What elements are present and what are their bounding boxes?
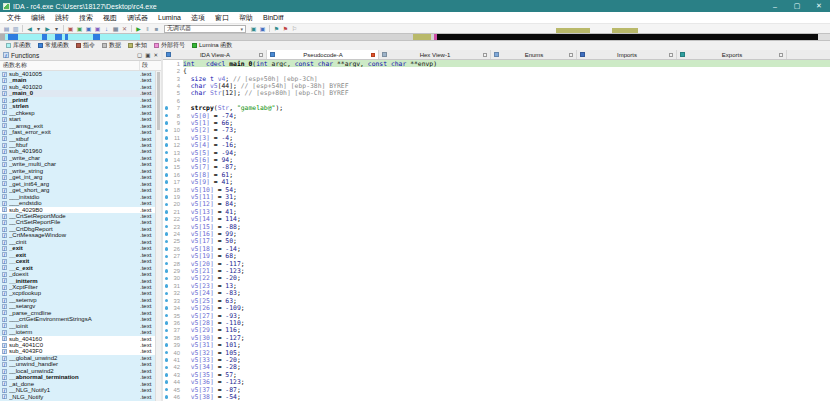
nav-forward-dropdown-icon[interactable]: ▾ [52,24,61,33]
code-line-36[interactable]: 36 v5[28] = -110; [163,319,830,326]
line-dot-icon[interactable] [165,210,169,214]
navband-segment[interactable] [65,34,68,40]
functions-panel-titlebar[interactable]: f Functions ▢▣✕ [0,50,161,61]
line-dot-icon[interactable] [165,262,169,266]
dock-panel-button[interactable]: ▣ [145,52,150,58]
flag-teal-icon[interactable]: ⚑ [272,24,281,33]
code-line-32[interactable]: 32 v5[24] = -83; [163,290,830,297]
line-dot-icon[interactable] [165,321,169,325]
debugger-options-icon[interactable]: ▣ [249,24,258,33]
line-dot-icon[interactable] [165,188,169,192]
code-line-22[interactable]: 22 v5[14] = 114; [163,216,830,223]
code-line-25[interactable]: 25 v5[17] = 50; [163,238,830,245]
column-header-segment[interactable]: 段 [139,61,161,70]
line-dot-icon[interactable] [165,143,169,147]
line-dot-icon[interactable] [165,336,169,340]
code-line-20[interactable]: 20 v5[12] = 84; [163,201,830,208]
tab-hex-view-1[interactable]: Hex View-1 [379,50,491,59]
menu-item-Lumina[interactable]: Lumina [153,14,186,21]
code-line-35[interactable]: 35 v5[27] = -93; [163,312,830,319]
line-dot-icon[interactable] [165,247,169,251]
line-dot-icon[interactable] [165,136,169,140]
navband-segment[interactable] [413,34,431,40]
navband-segment[interactable] [5,34,140,40]
menu-item-窗口[interactable]: 窗口 [210,13,234,23]
code-line-43[interactable]: 43 v5[35] = 57; [163,371,830,378]
code-line-28[interactable]: 28 v5[20] = -117; [163,260,830,267]
line-dot-icon[interactable] [165,351,169,355]
code-line-45[interactable]: 45 v5[37] = -87; [163,386,830,393]
menu-item-帮助[interactable]: 帮助 [234,13,258,23]
code-line-46[interactable]: 46 v5[38] = -54; [163,393,830,400]
line-dot-icon[interactable] [165,151,169,155]
code-line-15[interactable]: 15 v5[7] = -87; [163,164,830,171]
line-dot-icon[interactable] [165,195,169,199]
line-dot-icon[interactable] [165,203,169,207]
navband-segment[interactable] [818,34,830,40]
code-line-44[interactable]: 44 v5[36] = -123; [163,378,830,385]
menu-item-BinDiff[interactable]: BinDiff [258,14,289,21]
names-window-icon[interactable]: ▣ [75,24,84,33]
navband-segment[interactable] [140,34,413,40]
code-line-34[interactable]: 34 v5[26] = -109; [163,304,830,311]
menu-item-跳转[interactable]: 跳转 [50,13,74,23]
navband-segment[interactable] [93,34,100,40]
code-line-2[interactable]: 2{ [163,67,830,74]
stop-process-icon[interactable]: ■ [152,24,161,33]
line-dot-icon[interactable] [165,373,169,377]
line-dot-icon[interactable] [165,277,169,281]
menu-item-视图[interactable]: 视图 [98,13,122,23]
tab-state-icon[interactable] [569,53,573,57]
functions-window-icon[interactable]: ▣ [66,24,75,33]
function-row[interactable]: f_NLG_Notify.text [0,394,155,400]
cancel-icon[interactable]: ✕ [120,24,129,33]
code-line-10[interactable]: 10 v5[2] = -73; [163,127,830,134]
code-line-17[interactable]: 17 v5[9] = 41; [163,179,830,186]
line-dot-icon[interactable] [165,121,169,125]
code-line-39[interactable]: 39 v5[31] = 101; [163,341,830,348]
navband-segment[interactable] [437,34,818,40]
minimize-button[interactable]: – [764,0,786,12]
save-icon[interactable]: ▤ [2,24,11,33]
code-line-8[interactable]: 8 v5[0] = -74; [163,112,830,119]
close-panel-button[interactable]: ✕ [153,52,158,58]
download-icon[interactable]: ↓ [102,24,111,33]
code-line-13[interactable]: 13 v5[5] = -94; [163,149,830,156]
code-line-5[interactable]: 5 char Str[12]; // [esp+80h] [ebp-Ch] BY… [163,90,830,97]
line-dot-icon[interactable] [165,306,169,310]
line-dot-icon[interactable] [165,284,169,288]
code-line-41[interactable]: 41 v5[33] = -20; [163,356,830,363]
code-line-40[interactable]: 40 v5[32] = 105; [163,349,830,356]
nav-forward-icon[interactable]: ▶ [43,24,52,33]
debugger-selector[interactable]: 无调试器 ▾ [164,25,246,33]
tab-pseudocode-a[interactable]: Pseudocode-A [267,50,379,59]
code-line-11[interactable]: 11 v5[3] = -4; [163,134,830,141]
menu-item-编辑[interactable]: 编辑 [26,13,50,23]
code-line-31[interactable]: 31 v5[23] = 13; [163,282,830,289]
navigation-band[interactable] [0,33,830,41]
tab-state-icon[interactable] [669,53,673,57]
line-dot-icon[interactable] [165,366,169,370]
line-dot-icon[interactable] [165,388,169,392]
start-process-icon[interactable]: ▶ [134,24,143,33]
code-line-14[interactable]: 14 v5[6] = 94; [163,156,830,163]
code-line-33[interactable]: 33 v5[25] = 63; [163,297,830,304]
functions-list[interactable]: fsub_401005.textf_main.textfsub_401020.t… [0,71,161,401]
line-dot-icon[interactable] [165,180,169,184]
flag-gray-icon[interactable]: ⚐ [290,24,299,33]
navband-segment[interactable] [8,34,18,40]
line-dot-icon[interactable] [165,329,169,333]
line-dot-icon[interactable] [165,299,169,303]
line-dot-icon[interactable] [165,314,169,318]
functions-scrollbar[interactable] [155,71,161,401]
line-dot-icon[interactable] [165,217,169,221]
line-dot-icon[interactable] [165,255,169,259]
hex-window-icon[interactable]: ▦ [111,24,120,33]
code-line-18[interactable]: 18 v5[10] = 54; [163,186,830,193]
line-dot-icon[interactable] [165,240,169,244]
pause-process-icon[interactable]: ‖ [143,24,152,33]
tab-imports[interactable]: Imports [577,50,677,59]
line-dot-icon[interactable] [165,343,169,347]
line-dot-icon[interactable] [165,173,169,177]
save-all-icon[interactable]: ▥ [11,24,20,33]
